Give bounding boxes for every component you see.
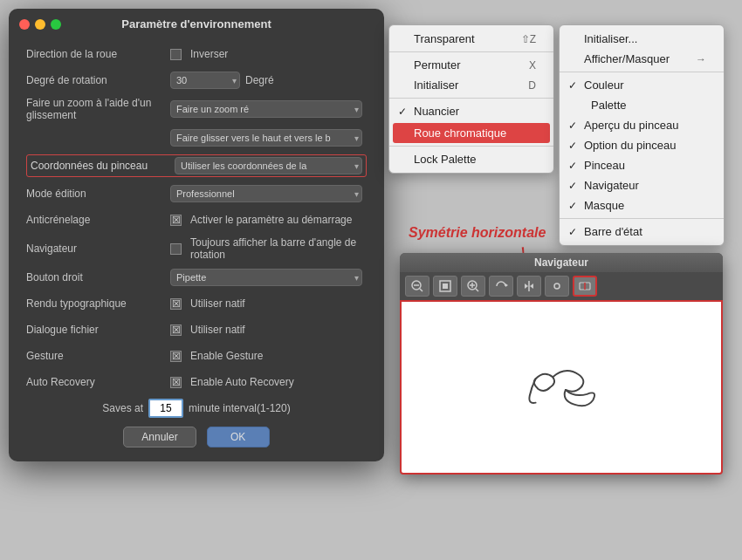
menu-label-transparent: Transparent <box>414 32 475 45</box>
row-mode: Mode édition Professionnel <box>26 184 367 203</box>
controls-zoom2: Faire glisser vers le haut et vers le b <box>170 129 367 147</box>
row-direction: Direction de la roue Inverser <box>26 44 367 64</box>
svg-line-1 <box>420 289 423 291</box>
menu-item-lock[interactable]: Lock Palette <box>389 149 553 169</box>
menu-item-option[interactable]: Option du pinceau <box>560 135 724 155</box>
controls-bouton: Pipette <box>170 269 367 286</box>
text-antialias: Activer le paramètre au démarrage <box>190 214 352 226</box>
row-gesture: Gesture Enable Gesture <box>26 346 367 365</box>
menu-item-masque[interactable]: Masque <box>560 195 724 215</box>
label-degree: Degré de rotation <box>26 74 170 86</box>
menu-label-lock: Lock Palette <box>414 153 477 166</box>
select-zoom[interactable]: Faire un zoom ré <box>170 100 362 118</box>
svg-marker-12 <box>530 283 533 289</box>
label-dialogue: Dialogue fichier <box>26 324 170 336</box>
menu-item-barre[interactable]: Barre d'état <box>560 222 724 242</box>
svg-marker-9 <box>505 283 508 287</box>
nav-btn-rotate[interactable] <box>489 276 513 297</box>
select-zoom2[interactable]: Faire glisser vers le haut et vers le b <box>170 129 362 147</box>
dialog-title: Paramètre d'environnement <box>121 17 271 31</box>
menu-label-initialiser2: Initialiser... <box>584 32 637 45</box>
shortcut-initialiser: D <box>528 79 536 92</box>
label-bouton: Bouton droit <box>26 271 170 283</box>
select-wrapper-degree: 30 <box>170 72 240 89</box>
shortcut-transparent: ⇧Z <box>521 33 536 45</box>
menu-item-nuancier[interactable]: Nuancier <box>389 101 553 121</box>
menu-item-apercu[interactable]: Aperçu du pinceau <box>560 115 724 135</box>
select-wrapper-coords: Utiliser les coordonnées de la <box>175 157 362 174</box>
select-wrapper-mode: Professionnel <box>170 185 362 202</box>
controls-zoom: Faire un zoom ré <box>170 100 367 118</box>
controls-dialogue: Utiliser natif <box>170 324 367 336</box>
nav-btn-zoom-out[interactable] <box>405 276 429 297</box>
separator-m2-1 <box>560 72 724 72</box>
controls-navigator: Toujours afficher la barre d'angle de ro… <box>170 236 367 261</box>
maximize-button[interactable] <box>51 19 61 30</box>
nav-btn-zoom-in[interactable] <box>461 276 485 297</box>
label-zoom: Faire un zoom à l'aide d'un glissement <box>26 97 170 121</box>
menu-label-pinceau: Pinceau <box>584 159 625 172</box>
svg-rect-4 <box>443 283 448 289</box>
titlebar-buttons <box>19 19 61 30</box>
menu-item-afficher[interactable]: Afficher/Masquer → <box>560 49 724 69</box>
ok-button[interactable]: OK <box>207 427 270 447</box>
svg-marker-11 <box>525 283 528 289</box>
menu-item-roue[interactable]: Roue chromatique <box>393 123 550 143</box>
menu-item-permuter[interactable]: Permuter X <box>389 55 553 75</box>
select-bouton[interactable]: Pipette <box>170 269 362 286</box>
checkbox-autorecovery[interactable] <box>170 377 182 388</box>
label-autorecovery: Auto Recovery <box>26 376 170 388</box>
menu-item-initialiser[interactable]: Initialiser D <box>389 75 553 95</box>
row-rendu: Rendu typographique Utiliser natif <box>26 294 367 313</box>
select-coords[interactable]: Utiliser les coordonnées de la <box>175 157 362 174</box>
row-bouton: Bouton droit Pipette <box>26 268 367 287</box>
nav-btn-settings[interactable] <box>545 276 569 297</box>
checkbox-navigator[interactable] <box>170 243 182 255</box>
checkbox-direction[interactable] <box>170 49 182 60</box>
select-wrapper-zoom: Faire un zoom ré <box>170 100 362 118</box>
text-gesture: Enable Gesture <box>190 350 263 362</box>
main-dialog: Paramètre d'environnement Direction de l… <box>9 9 384 461</box>
saves-at-input[interactable] <box>148 399 183 418</box>
menu-label-initialiser: Initialiser <box>414 79 458 92</box>
dialog-content: Direction de la roue Inverser Degré de r… <box>9 38 384 461</box>
row-antialias: Anticrénelage Activer le paramètre au dé… <box>26 210 367 229</box>
label-gesture: Gesture <box>26 350 170 362</box>
shortcut-permuter: X <box>529 59 536 72</box>
row-autorecovery: Auto Recovery Enable Auto Recovery <box>26 372 367 392</box>
text-autorecovery: Enable Auto Recovery <box>190 376 294 388</box>
cancel-button[interactable]: Annuler <box>123 427 196 447</box>
select-wrapper-bouton: Pipette <box>170 269 362 286</box>
menu-item-initialiser2[interactable]: Initialiser... <box>560 29 724 49</box>
controls-mode: Professionnel <box>170 185 367 202</box>
navigator-panel: Navigateur <box>400 253 723 475</box>
checkbox-rendu[interactable] <box>170 298 182 310</box>
minimize-button[interactable] <box>35 19 45 30</box>
select-mode[interactable]: Professionnel <box>170 185 362 202</box>
row-coords-highlighted: Coordonnées du pinceau Utiliser les coor… <box>26 154 367 177</box>
separator-1 <box>389 51 553 52</box>
nav-btn-fit[interactable] <box>433 276 457 297</box>
svg-point-13 <box>554 283 560 289</box>
controls-autorecovery: Enable Auto Recovery <box>170 376 367 388</box>
label-mode: Mode édition <box>26 188 170 200</box>
menu-item-pinceau[interactable]: Pinceau <box>560 155 724 175</box>
checkbox-dialogue[interactable] <box>170 324 182 336</box>
symmetry-label: Symétrie horizontale <box>409 225 546 241</box>
menu-item-nav[interactable]: Navigateur <box>560 175 724 195</box>
select-degree[interactable]: 30 <box>170 72 240 89</box>
controls-gesture: Enable Gesture <box>170 350 367 362</box>
menu-item-palette[interactable]: Palette <box>560 95 724 115</box>
menu-item-transparent[interactable]: Transparent ⇧Z <box>389 29 553 49</box>
menu-label-permuter: Permuter <box>414 58 460 72</box>
close-button[interactable] <box>19 19 30 30</box>
menu-label-option: Option du pinceau <box>584 139 677 152</box>
checkbox-gesture[interactable] <box>170 351 182 362</box>
button-row: Annuler OK <box>26 427 367 447</box>
menu-item-couleur[interactable]: Couleur <box>560 75 724 95</box>
nav-btn-symmetry[interactable] <box>573 276 597 297</box>
checkbox-antialias[interactable] <box>170 215 182 226</box>
nav-btn-flip-h[interactable] <box>517 276 541 297</box>
row-dialogue: Dialogue fichier Utiliser natif <box>26 320 367 339</box>
saves-at-label: Saves at <box>102 402 143 414</box>
